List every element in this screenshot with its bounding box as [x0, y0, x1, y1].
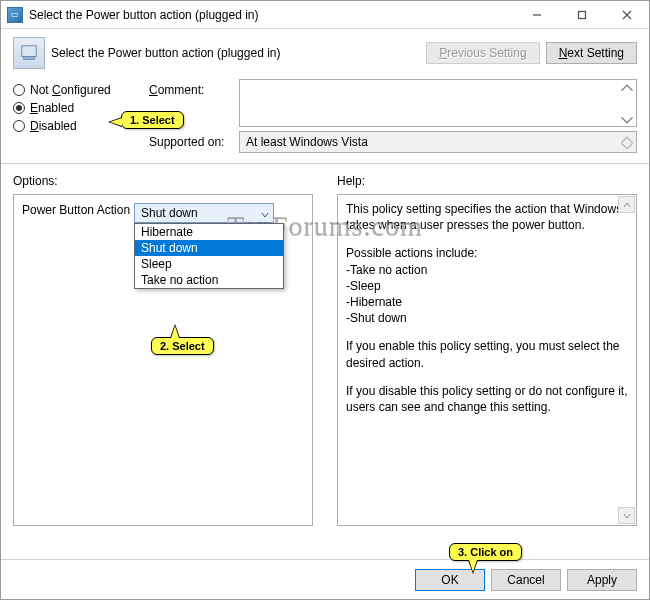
options-box: Power Button Action Shut down Hibernate …	[13, 194, 313, 526]
maximize-button[interactable]	[559, 1, 604, 28]
close-button[interactable]	[604, 1, 649, 28]
scroll-down-icon[interactable]	[618, 507, 635, 524]
callout-text: 3. Click on	[458, 546, 513, 558]
lower-panel: Options: Power Button Action Shut down H…	[1, 164, 649, 536]
scroll-down-icon	[620, 140, 634, 150]
callout-text: 2. Select	[160, 340, 205, 352]
svg-rect-1	[22, 46, 36, 57]
help-text: If you enable this policy setting, you m…	[346, 338, 628, 370]
comment-textarea[interactable]	[239, 79, 637, 127]
button-bar: OK Cancel Apply	[1, 559, 649, 599]
policy-title: Select the Power button action (plugged …	[51, 46, 426, 60]
app-icon: ▭	[7, 7, 23, 23]
scroll-down-icon[interactable]	[620, 114, 634, 124]
help-text: This policy setting specifies the action…	[346, 201, 628, 233]
supported-field: At least Windows Vista	[239, 131, 637, 153]
minimize-button[interactable]	[514, 1, 559, 28]
radio-mark-icon	[13, 102, 25, 114]
radio-not-configured[interactable]: Not Configured	[13, 83, 149, 97]
dropdown-list: Hibernate Shut down Sleep Take no action	[134, 223, 284, 289]
scroll-track[interactable]	[618, 213, 635, 507]
scroll-up-icon[interactable]	[618, 196, 635, 213]
dropdown-item-take-no-action[interactable]: Take no action	[135, 272, 283, 288]
callout-1: 1. Select	[121, 111, 184, 129]
previous-setting-button: Previous Setting	[426, 42, 539, 64]
svg-rect-0	[578, 11, 585, 18]
help-box: This policy setting specifies the action…	[337, 194, 637, 526]
dropdown-item-hibernate[interactable]: Hibernate	[135, 224, 283, 240]
radio-mark-icon	[13, 84, 25, 96]
dropdown-item-sleep[interactable]: Sleep	[135, 256, 283, 272]
upper-panel: Select the Power button action (plugged …	[1, 29, 649, 164]
radio-mark-icon	[13, 120, 25, 132]
window-buttons	[514, 1, 649, 28]
scroll-up-icon[interactable]	[620, 82, 634, 92]
power-button-action-dropdown[interactable]: Shut down Hibernate Shut down Sleep Take…	[134, 203, 274, 223]
help-text: -Take no action	[346, 262, 628, 278]
power-button-action-label: Power Button Action	[22, 203, 134, 217]
dropdown-item-shut-down[interactable]: Shut down	[135, 240, 283, 256]
help-text: -Hibernate	[346, 294, 628, 310]
supported-value: At least Windows Vista	[246, 135, 368, 149]
callout-3: 3. Click on	[449, 543, 522, 561]
help-scrollbar[interactable]	[618, 196, 635, 524]
help-text: -Shut down	[346, 310, 628, 326]
policy-icon	[13, 37, 45, 69]
cancel-button[interactable]: Cancel	[491, 569, 561, 591]
callout-text: 1. Select	[130, 114, 175, 126]
callout-2: 2. Select	[151, 337, 214, 355]
title-bar: ▭ Select the Power button action (plugge…	[1, 1, 649, 29]
help-label: Help:	[337, 174, 637, 188]
comment-label: Comment:	[149, 79, 239, 97]
help-text: -Sleep	[346, 278, 628, 294]
help-text: Possible actions include:	[346, 245, 628, 261]
supported-label: Supported on:	[149, 131, 239, 149]
dropdown-selected[interactable]: Shut down	[134, 203, 274, 223]
chevron-down-icon	[261, 208, 269, 222]
options-label: Options:	[13, 174, 313, 188]
next-setting-button[interactable]: Next Setting	[546, 42, 637, 64]
dropdown-selected-value: Shut down	[141, 206, 198, 220]
apply-button[interactable]: Apply	[567, 569, 637, 591]
svg-rect-2	[24, 57, 35, 60]
help-text: If you disable this policy setting or do…	[346, 383, 628, 415]
window-title: Select the Power button action (plugged …	[29, 8, 514, 22]
